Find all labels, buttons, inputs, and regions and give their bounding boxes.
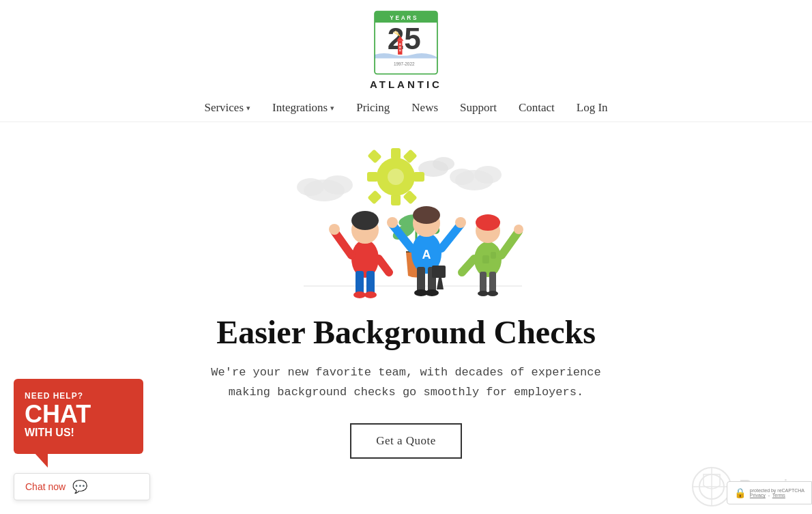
svg-point-15 — [297, 178, 324, 196]
svg-point-41 — [329, 224, 340, 235]
svg-text:25: 25 — [388, 22, 421, 55]
svg-rect-23 — [414, 172, 424, 182]
svg-point-38 — [351, 211, 379, 230]
chat-bubble-icon: 💬 — [72, 479, 87, 494]
header: 25 YEARS 1997-2022 ATLANTIC Services ▾ — [0, 0, 812, 122]
svg-rect-24 — [367, 172, 378, 182]
svg-rect-61 — [480, 272, 487, 294]
recaptcha-badge: 🔒 protected by reCAPTCHA Privacy - Terms — [727, 481, 812, 504]
svg-point-20 — [433, 157, 454, 171]
svg-rect-27 — [367, 149, 381, 163]
svg-point-52 — [425, 289, 439, 296]
logo-brand-name: ATLANTIC — [370, 78, 442, 90]
svg-point-17 — [474, 166, 502, 184]
svg-point-69 — [514, 225, 523, 234]
svg-rect-6 — [399, 43, 401, 45]
chat-with-us-label: WITH US! — [25, 427, 132, 439]
svg-line-39 — [334, 231, 351, 255]
svg-point-35 — [353, 291, 366, 298]
svg-rect-22 — [391, 195, 401, 205]
hero-title: Easier Background Checks — [216, 313, 596, 351]
svg-point-14 — [323, 175, 353, 195]
chat-widget[interactable]: NEED HELP? CHAT WITH US! Chat now 💬 — [14, 379, 150, 500]
svg-point-57 — [387, 217, 398, 228]
svg-point-18 — [450, 169, 474, 185]
recaptcha-privacy[interactable]: Privacy — [750, 493, 766, 498]
nav-item-pricing[interactable]: Pricing — [356, 101, 390, 115]
hero-illustration-svg: A — [270, 143, 542, 300]
svg-rect-49 — [417, 267, 425, 293]
svg-rect-71 — [491, 252, 496, 259]
svg-line-40 — [379, 259, 389, 272]
recaptcha-logo: 🔒 — [734, 487, 746, 498]
svg-rect-28 — [367, 190, 381, 204]
nav-item-login[interactable]: Log In — [577, 101, 608, 115]
svg-point-63 — [478, 291, 489, 296]
svg-point-58 — [455, 217, 466, 228]
svg-point-54 — [413, 206, 440, 224]
svg-rect-33 — [356, 271, 364, 295]
get-a-quote-button[interactable]: Get a Quote — [350, 423, 462, 459]
nav-item-support[interactable]: Support — [460, 101, 497, 115]
nav-item-news[interactable]: News — [411, 101, 438, 115]
svg-point-64 — [487, 291, 498, 296]
chat-main-text: CHAT — [25, 402, 132, 427]
svg-point-66 — [476, 214, 500, 231]
services-dropdown-arrow: ▾ — [246, 104, 250, 113]
svg-rect-70 — [482, 255, 489, 263]
logo[interactable]: 25 YEARS 1997-2022 ATLANTIC — [368, 8, 444, 90]
chat-now-bar[interactable]: Chat now 💬 — [14, 473, 150, 500]
nav-item-integrations[interactable]: Integrations ▾ — [272, 101, 334, 115]
nav-item-contact[interactable]: Contact — [519, 101, 555, 115]
hero-subtitle: We're your new favorite team, with decad… — [211, 363, 600, 403]
svg-rect-7 — [399, 46, 401, 48]
chat-need-help-label: NEED HELP? — [25, 391, 132, 401]
svg-line-56 — [441, 225, 461, 248]
svg-line-68 — [462, 259, 474, 272]
svg-rect-59 — [432, 266, 446, 278]
navbar: Services ▾ Integrations ▾ Pricing News S… — [0, 90, 812, 122]
svg-text:A: A — [422, 248, 431, 261]
logo-svg: 25 YEARS 1997-2022 — [368, 8, 444, 77]
svg-rect-34 — [366, 271, 375, 295]
svg-rect-8 — [399, 50, 401, 52]
svg-rect-21 — [391, 148, 401, 159]
nav-item-services[interactable]: Services ▾ — [204, 101, 250, 115]
svg-text:YEARS: YEARS — [390, 15, 418, 21]
integrations-dropdown-arrow: ▾ — [330, 104, 334, 113]
chat-box[interactable]: NEED HELP? CHAT WITH US! — [14, 379, 143, 454]
chat-now-label: Chat now — [25, 481, 66, 492]
svg-line-67 — [502, 231, 519, 255]
svg-rect-62 — [489, 272, 496, 294]
svg-text:1997-2022: 1997-2022 — [394, 61, 415, 66]
recaptcha-terms[interactable]: Terms — [772, 493, 785, 498]
hero-illustration: A — [270, 143, 542, 300]
revain-logo-icon — [691, 466, 732, 507]
svg-point-30 — [388, 169, 404, 185]
svg-point-36 — [364, 291, 377, 298]
